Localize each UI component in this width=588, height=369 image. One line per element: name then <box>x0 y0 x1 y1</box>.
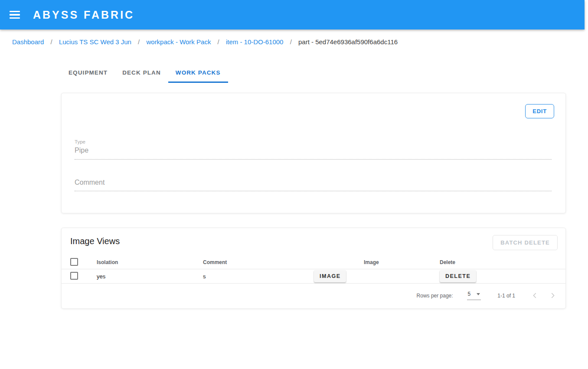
comment-field: Comment <box>75 179 552 191</box>
caret-down-icon <box>477 293 480 295</box>
table-header-row: Isolation Comment Image Delete <box>62 255 565 269</box>
tab-deck-plan[interactable]: DECK PLAN <box>115 64 168 83</box>
breadcrumb-separator: / <box>290 38 292 46</box>
rows-per-page-value: 5 <box>468 291 471 297</box>
header-isolation: Isolation <box>97 259 203 265</box>
image-views-title: Image Views <box>70 236 120 246</box>
breadcrumb-item-part: part - 5ed74e6936af590f6a6dc116 <box>298 38 398 46</box>
tab-bar: EQUIPMENT DECK PLAN WORK PACKS <box>61 64 588 83</box>
row-checkbox[interactable] <box>70 272 78 280</box>
rows-per-page-label: Rows per page: <box>417 293 453 299</box>
row-checkbox-cell <box>62 272 97 281</box>
image-views-card: Image Views BATCH DELETE Isolation Comme… <box>61 228 566 309</box>
menu-icon <box>10 11 20 12</box>
comment-field-label: Comment <box>75 179 552 187</box>
batch-delete-button[interactable]: BATCH DELETE <box>493 235 558 250</box>
tab-equipment[interactable]: EQUIPMENT <box>61 64 115 83</box>
chevron-right-icon <box>549 292 556 299</box>
breadcrumb-separator: / <box>138 38 140 46</box>
breadcrumb-item-dashboard[interactable]: Dashboard <box>12 38 44 46</box>
breadcrumb-separator: / <box>218 38 219 46</box>
type-field-value: Pipe <box>75 147 552 155</box>
breadcrumb-item-site[interactable]: Lucius TS SC Wed 3 Jun <box>59 38 131 46</box>
cell-isolation: yes <box>97 273 203 280</box>
rows-per-page-select[interactable]: 5 <box>467 291 481 300</box>
table-pagination: Rows per page: 5 1-1 of 1 <box>62 284 565 307</box>
header-checkbox-cell <box>62 258 97 267</box>
chevron-left-icon <box>532 292 538 299</box>
header-delete: Delete <box>440 259 565 265</box>
breadcrumb-separator: / <box>51 38 52 46</box>
previous-page-button[interactable] <box>532 292 538 299</box>
menu-button[interactable] <box>5 5 24 24</box>
delete-button[interactable]: DELETE <box>440 270 476 282</box>
edit-button[interactable]: EDIT <box>525 104 554 118</box>
image-views-table: Isolation Comment Image Delete yes s IMA… <box>62 255 565 307</box>
cell-comment: s <box>203 273 314 280</box>
table-row: yes s IMAGE DELETE <box>62 269 565 284</box>
header-comment: Comment <box>203 259 314 265</box>
tab-work-packs[interactable]: WORK PACKS <box>168 64 228 83</box>
type-field-label: Type <box>75 139 552 144</box>
pagination-range-label: 1-1 of 1 <box>497 293 515 299</box>
app-logo: ABYSS FABRIC <box>33 9 134 21</box>
breadcrumb-item-workpack[interactable]: workpack - Work Pack <box>146 38 211 46</box>
breadcrumb-item-item[interactable]: item - 10-DO-61000 <box>226 38 284 46</box>
image-button[interactable]: IMAGE <box>314 270 346 282</box>
breadcrumb: Dashboard / Lucius TS SC Wed 3 Jun / wor… <box>0 29 588 46</box>
app-bar: ABYSS FABRIC <box>0 0 585 29</box>
type-field: Type Pipe <box>75 139 552 160</box>
part-detail-card: EDIT Type Pipe Comment <box>61 93 566 213</box>
header-image: Image <box>364 259 440 265</box>
select-all-checkbox[interactable] <box>70 258 78 266</box>
next-page-button[interactable] <box>549 292 556 299</box>
